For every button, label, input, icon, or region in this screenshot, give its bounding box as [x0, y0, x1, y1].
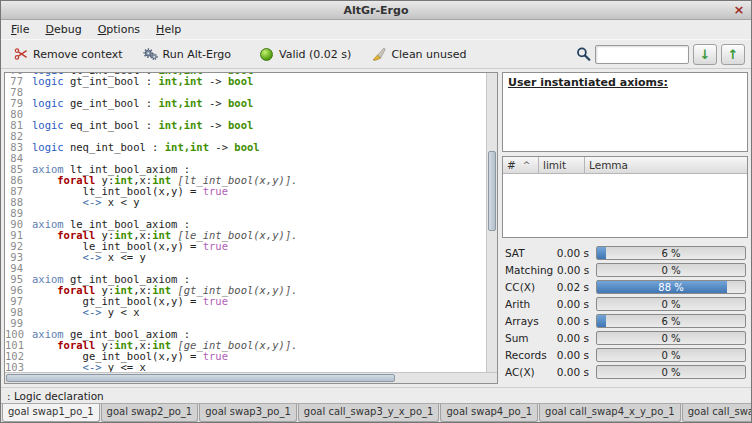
remove-context-label: Remove context — [33, 48, 123, 61]
main-area: 76logic lt_int_bool : int,int -> bool77l… — [1, 69, 751, 387]
stat-label: Arrays — [505, 315, 553, 327]
stat-label: Sum — [505, 332, 553, 344]
toolbar: Remove context Run Alt-Ergo Valid (0.02 … — [1, 39, 751, 69]
statistics-panel: SAT0.00 s6 %Matching0.00 s0 %CC(X)0.02 s… — [502, 242, 748, 384]
stat-progressbar: 0 % — [596, 263, 746, 277]
tab-goal-call_swap4_x_y_po_1[interactable]: goal call_swap4_x_y_po_1 — [539, 404, 681, 422]
status-text: : Logic declaration — [7, 390, 104, 402]
progress-label: 0 % — [597, 298, 745, 310]
code-line[interactable]: 103 <-> y <= x — [5, 362, 486, 372]
stat-time: 0.00 s — [553, 264, 589, 276]
tab-goal-swap3_po_1[interactable]: goal swap3_po_1 — [199, 404, 297, 422]
arrow-up-icon: ↑ — [728, 48, 739, 61]
arrow-down-icon: ↓ — [700, 48, 711, 61]
valid-status-icon — [259, 47, 274, 62]
code-line[interactable]: 88 <-> x < y — [5, 197, 486, 208]
stat-time: 0.02 s — [553, 281, 589, 293]
progress-label: 0 % — [597, 264, 745, 276]
run-alt-ergo-button[interactable]: Run Alt-Ergo — [137, 44, 237, 65]
stat-label: Records — [505, 349, 553, 361]
sort-indicator-icon: ^ — [523, 160, 531, 170]
goal-tabbar: goal swap1_po_1goal swap2_po_1goal swap3… — [1, 403, 751, 422]
search-prev-button[interactable]: ↑ — [721, 44, 745, 65]
scissors-icon — [13, 47, 28, 62]
stat-row: Matching0.00 s0 % — [505, 261, 746, 278]
stat-label: AC(X) — [505, 366, 553, 378]
brush-icon — [371, 47, 386, 62]
stat-time: 0.00 s — [553, 247, 589, 259]
search-next-button[interactable]: ↓ — [693, 44, 717, 65]
stat-row: Sum0.00 s0 % — [505, 330, 746, 347]
user-axioms-title: User instantiated axioms: — [508, 76, 742, 89]
progress-label: 6 % — [597, 247, 745, 259]
tab-goal-swap2_po_1[interactable]: goal swap2_po_1 — [101, 404, 199, 422]
instances-table-header: # ^ limit Lemma — [503, 157, 747, 174]
stat-progressbar: 0 % — [596, 297, 746, 311]
search-icon — [576, 47, 591, 62]
editor-panel: 76logic lt_int_bool : int,int -> bool77l… — [4, 72, 498, 384]
stat-label: Matching — [505, 264, 553, 276]
column-header-limit[interactable]: limit — [539, 157, 585, 174]
valid-status-label: Valid (0.02 s) — [279, 48, 351, 61]
stat-progressbar: 88 % — [596, 280, 746, 294]
stat-progressbar: 6 % — [596, 314, 746, 328]
progress-label: 0 % — [597, 366, 745, 378]
instances-panel: # ^ limit Lemma — [502, 156, 748, 238]
editor-vertical-scrollbar[interactable] — [486, 73, 497, 372]
column-header-num[interactable]: # ^ — [503, 157, 539, 174]
column-header-lemma[interactable]: Lemma — [585, 157, 747, 174]
stat-row: Arith0.00 s0 % — [505, 295, 746, 312]
hscroll-thumb[interactable] — [6, 374, 395, 382]
stat-progressbar: 0 % — [596, 331, 746, 345]
progress-label: 0 % — [597, 332, 745, 344]
window-title: AltGr-Ergo — [344, 4, 409, 17]
code-line[interactable]: 77logic gt_int_bool : int,int -> bool — [5, 76, 486, 87]
statusbar: : Logic declaration — [1, 387, 751, 403]
user-axioms-panel: User instantiated axioms: — [502, 72, 748, 152]
stat-time: 0.00 s — [553, 298, 589, 310]
altgr-ergo-window: AltGr-Ergo × FileDebugOptionsHelp Remove… — [0, 0, 752, 423]
tab-goal-call_swap4_y_x_po_1[interactable]: goal call_swap4_y_x_po_1 — [682, 404, 751, 422]
stat-label: SAT — [505, 247, 553, 259]
stat-time: 0.00 s — [553, 349, 589, 361]
search-input[interactable] — [595, 45, 689, 64]
stat-row: Records0.00 s0 % — [505, 347, 746, 364]
stat-time: 0.00 s — [553, 366, 589, 378]
source-view[interactable]: 76logic lt_int_bool : int,int -> bool77l… — [5, 73, 486, 372]
valid-status: Valid (0.02 s) — [253, 44, 357, 65]
menu-help[interactable]: Help — [148, 21, 189, 38]
menu-file[interactable]: File — [3, 21, 37, 38]
tab-goal-swap1_po_1[interactable]: goal swap1_po_1 — [2, 404, 100, 422]
vscroll-thumb[interactable] — [488, 151, 496, 232]
run-alt-ergo-label: Run Alt-Ergo — [163, 48, 231, 61]
gears-icon — [143, 47, 158, 62]
clean-unused-button[interactable]: Clean unused — [365, 44, 472, 65]
menu-options[interactable]: Options — [90, 21, 148, 38]
stat-progressbar: 6 % — [596, 246, 746, 260]
remove-context-button[interactable]: Remove context — [7, 44, 129, 65]
stat-row: AC(X)0.00 s0 % — [505, 364, 746, 381]
close-icon[interactable]: × — [731, 2, 747, 18]
code-line[interactable]: 81logic eq_int_bool : int,int -> bool — [5, 120, 486, 131]
stat-row: CC(X)0.02 s88 % — [505, 278, 746, 295]
code-line[interactable]: 93 <-> x <= y — [5, 252, 486, 263]
stat-row: Arrays0.00 s6 % — [505, 313, 746, 330]
stat-time: 0.00 s — [553, 315, 589, 327]
menu-debug[interactable]: Debug — [37, 21, 89, 38]
code-line[interactable]: 79logic ge_int_bool : int,int -> bool — [5, 98, 486, 109]
instances-table-body[interactable] — [503, 174, 747, 237]
tab-goal-swap4_po_1[interactable]: goal swap4_po_1 — [440, 404, 538, 422]
stat-label: CC(X) — [505, 281, 553, 293]
progress-label: 0 % — [597, 349, 745, 361]
right-panel: User instantiated axioms: # ^ limit Lemm… — [502, 72, 748, 384]
progress-label: 88 % — [597, 281, 745, 293]
progress-label: 6 % — [597, 315, 745, 327]
stat-progressbar: 0 % — [596, 365, 746, 379]
editor-horizontal-scrollbar[interactable] — [5, 372, 497, 383]
stat-row: SAT0.00 s6 % — [505, 244, 746, 261]
tab-goal-call_swap3_y_x_po_1[interactable]: goal call_swap3_y_x_po_1 — [298, 404, 440, 422]
titlebar[interactable]: AltGr-Ergo × — [1, 1, 751, 20]
code-line[interactable]: 83logic neq_int_bool : int,int -> bool — [5, 142, 486, 153]
stat-time: 0.00 s — [553, 332, 589, 344]
code-line[interactable]: 98 <-> y < x — [5, 307, 486, 318]
